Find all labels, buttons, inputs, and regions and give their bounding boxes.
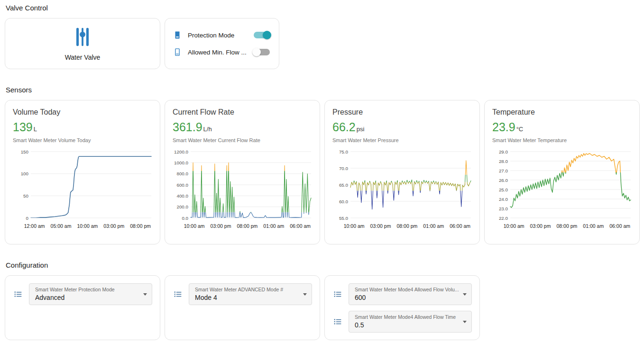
svg-text:22.0: 22.0 bbox=[499, 216, 508, 221]
section-title-valve-control: Valve Control bbox=[6, 4, 639, 12]
valve-toggles-card: Protection Mode Allowed Min. Flow ... bbox=[165, 18, 279, 69]
svg-text:28.0: 28.0 bbox=[499, 159, 508, 164]
select-advanced-mode[interactable]: Smart Water Meter ADVANCED Mode # Mode 4 bbox=[189, 283, 312, 305]
dropdown-caret-icon bbox=[303, 293, 307, 296]
sensor-unit: psi bbox=[357, 126, 365, 133]
water-heater-icon bbox=[173, 30, 182, 40]
svg-text:03:00 pm: 03:00 pm bbox=[211, 223, 231, 229]
svg-text:600.0: 600.0 bbox=[176, 182, 188, 188]
select-allowed-flow-time[interactable]: Smart Water Meter Mode4 Allowed Flow Tim… bbox=[349, 311, 472, 333]
sensor-value: 66.2 bbox=[332, 121, 356, 133]
section-title-sensors: Sensors bbox=[6, 86, 639, 94]
sensor-card-pressure[interactable]: Pressure 66.2psi Smart Water Meter Press… bbox=[324, 100, 480, 244]
water-valve-label: Water Valve bbox=[65, 54, 101, 61]
pressure-chart: 75.070.065.060.055.010:00 am03:00 pm08:0… bbox=[332, 149, 473, 230]
svg-text:23.0: 23.0 bbox=[499, 206, 508, 211]
sensor-card-temperature[interactable]: Temperature 23.9°C Smart Water Meter Tem… bbox=[484, 100, 640, 244]
select-allowed-flow-volume[interactable]: Smart Water Meter Mode4 Allowed Flow Vol… bbox=[349, 283, 472, 305]
allowed-min-flow-row: Allowed Min. Flow ... bbox=[173, 47, 271, 57]
svg-text:50: 50 bbox=[23, 193, 28, 199]
select-label: Smart Water Meter Mode4 Allowed Flow Tim… bbox=[355, 314, 459, 320]
protection-mode-row: Protection Mode bbox=[173, 30, 271, 40]
svg-text:10:00 am: 10:00 am bbox=[184, 223, 205, 229]
sensor-value-row: 139L bbox=[13, 121, 152, 133]
select-value: 0.5 bbox=[355, 321, 459, 329]
select-value: Mode 4 bbox=[195, 294, 299, 301]
config-card-advanced-mode: Smart Water Meter ADVANCED Mode # Mode 4 bbox=[165, 275, 320, 340]
svg-text:03:00 pm: 03:00 pm bbox=[530, 223, 551, 229]
water-heater-outline-icon bbox=[173, 47, 182, 57]
svg-text:26.0: 26.0 bbox=[499, 178, 508, 183]
sensor-unit: °C bbox=[516, 126, 524, 133]
sensor-title: Current Flow Rate bbox=[173, 108, 312, 117]
list-icon bbox=[332, 316, 343, 327]
sensor-card-volume-today[interactable]: Volume Today 139L Smart Water Meter Volu… bbox=[5, 100, 160, 244]
svg-text:400.0: 400.0 bbox=[176, 193, 188, 199]
list-icon bbox=[332, 289, 343, 299]
valve-control-section: Valve Control Water Valve bbox=[5, 4, 639, 69]
svg-text:08:00 pm: 08:00 pm bbox=[396, 223, 417, 229]
allowed-min-flow-toggle[interactable] bbox=[252, 47, 271, 57]
sensor-unit: L bbox=[34, 126, 37, 133]
sensor-value: 23.9 bbox=[492, 121, 515, 133]
sensor-value: 361.9 bbox=[173, 121, 202, 133]
temperature-chart: 29.028.027.026.025.024.023.022.010:00 am… bbox=[492, 149, 633, 230]
water-valve-card[interactable]: Water Valve bbox=[5, 18, 160, 69]
svg-text:100: 100 bbox=[21, 171, 29, 176]
sensor-subtitle: Smart Water Meter Current Flow Rate bbox=[173, 137, 312, 143]
svg-text:55.0: 55.0 bbox=[339, 216, 349, 221]
svg-text:05:00 am: 05:00 am bbox=[51, 223, 72, 229]
sensors-section: Sensors Volume Today 139L Smart Water Me… bbox=[5, 86, 639, 244]
svg-text:0.0: 0.0 bbox=[182, 216, 188, 221]
config-row: Smart Water Meter Mode4 Allowed Flow Vol… bbox=[332, 283, 472, 305]
sensor-value: 139 bbox=[13, 121, 33, 133]
select-label: Smart Water Meter ADVANCED Mode # bbox=[195, 287, 299, 292]
volume-today-chart: 15010050012:00 am05:00 am10:00 am03:00 p… bbox=[13, 149, 153, 230]
sensor-value-row: 23.9°C bbox=[492, 121, 632, 133]
sensor-subtitle: Smart Water Meter Volume Today bbox=[13, 137, 152, 143]
svg-text:08:00 pm: 08:00 pm bbox=[556, 223, 577, 229]
allowed-min-flow-label: Allowed Min. Flow ... bbox=[188, 49, 247, 56]
svg-text:08:00 pm: 08:00 pm bbox=[130, 223, 151, 229]
svg-text:29.0: 29.0 bbox=[499, 149, 508, 154]
svg-text:150: 150 bbox=[21, 149, 29, 154]
config-card-protection-mode: Smart Water Meter Protection Mode Advanc… bbox=[5, 275, 160, 340]
svg-text:03:00 pm: 03:00 pm bbox=[370, 223, 391, 229]
svg-text:24.0: 24.0 bbox=[499, 197, 508, 202]
sensor-subtitle: Smart Water Meter Pressure bbox=[332, 137, 472, 143]
svg-text:01:00 am: 01:00 am bbox=[583, 223, 604, 229]
dropdown-caret-icon bbox=[143, 293, 147, 296]
sensor-unit: L/h bbox=[203, 126, 212, 133]
sensor-title: Pressure bbox=[332, 108, 472, 117]
svg-text:10:00 am: 10:00 am bbox=[77, 223, 98, 229]
svg-text:03:00 pm: 03:00 pm bbox=[103, 223, 124, 229]
svg-text:01:00 am: 01:00 am bbox=[423, 223, 444, 229]
config-row: Smart Water Meter Protection Mode Advanc… bbox=[13, 283, 152, 305]
sensor-title: Volume Today bbox=[13, 108, 152, 117]
sensor-card-current-flow-rate[interactable]: Current Flow Rate 361.9L/h Smart Water M… bbox=[165, 100, 320, 244]
svg-text:75.0: 75.0 bbox=[339, 149, 349, 154]
sensor-subtitle: Smart Water Meter Temperature bbox=[492, 137, 632, 143]
svg-text:60.0: 60.0 bbox=[339, 199, 349, 204]
select-value: Advanced bbox=[35, 294, 139, 301]
protection-mode-toggle[interactable] bbox=[252, 30, 271, 40]
sensor-title: Temperature bbox=[492, 108, 632, 117]
svg-text:0: 0 bbox=[26, 216, 29, 221]
svg-text:27.0: 27.0 bbox=[499, 168, 508, 173]
svg-text:70.0: 70.0 bbox=[339, 166, 349, 171]
svg-text:12:00 am: 12:00 am bbox=[24, 223, 45, 229]
svg-text:08:00 pm: 08:00 pm bbox=[237, 223, 258, 229]
svg-text:65.0: 65.0 bbox=[339, 182, 349, 188]
list-icon bbox=[173, 289, 183, 299]
water-valve-icon bbox=[72, 26, 93, 50]
select-value: 600 bbox=[355, 294, 459, 301]
section-title-configuration: Configuration bbox=[6, 261, 639, 269]
svg-text:10:00 am: 10:00 am bbox=[504, 223, 524, 229]
select-protection-mode[interactable]: Smart Water Meter Protection Mode Advanc… bbox=[29, 283, 152, 305]
select-label: Smart Water Meter Protection Mode bbox=[35, 287, 139, 292]
sensor-value-row: 361.9L/h bbox=[173, 121, 312, 133]
svg-text:1000.0: 1000.0 bbox=[174, 160, 189, 165]
select-label: Smart Water Meter Mode4 Allowed Flow Vol… bbox=[355, 287, 459, 292]
protection-mode-label: Protection Mode bbox=[188, 32, 247, 39]
svg-text:1200.0: 1200.0 bbox=[174, 149, 189, 154]
